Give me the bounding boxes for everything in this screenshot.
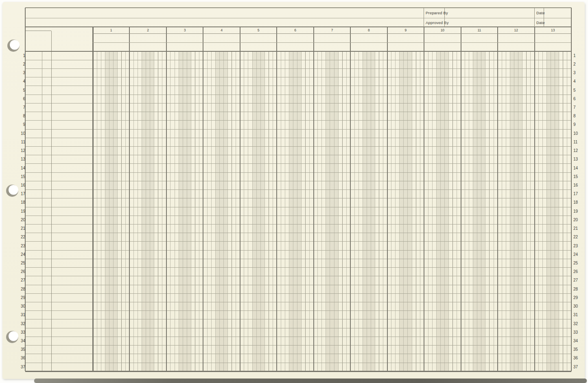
digit-rule xyxy=(428,51,428,371)
column-boundary xyxy=(387,27,388,371)
row-number: 30 xyxy=(573,304,584,308)
column-number: 1 xyxy=(93,28,129,32)
row-rule xyxy=(25,259,571,259)
column-boundary xyxy=(203,27,203,371)
digit-rule xyxy=(338,51,339,371)
column-number: 7 xyxy=(314,28,350,32)
row-rule xyxy=(25,120,571,121)
digit-rule xyxy=(469,51,469,371)
digit-rule xyxy=(162,51,162,371)
column-number: 6 xyxy=(277,28,313,32)
row-number: 1 xyxy=(15,54,25,58)
column-number: 2 xyxy=(129,28,166,32)
prepared-by-field xyxy=(445,8,534,18)
digit-rule xyxy=(223,51,224,371)
column-boundary xyxy=(534,27,535,371)
row-rule xyxy=(25,181,571,181)
digit-rule xyxy=(183,51,183,371)
row-number: 17 xyxy=(573,192,584,196)
row-number: 9 xyxy=(573,123,584,127)
row-rule xyxy=(25,68,571,69)
digit-rule xyxy=(105,51,105,371)
digit-rule xyxy=(236,51,236,371)
row-number: 20 xyxy=(15,218,25,222)
digit-rule xyxy=(403,51,404,371)
column-number: 3 xyxy=(166,28,203,32)
digit-rule xyxy=(567,51,567,371)
digit-rule xyxy=(494,51,494,371)
pad-edge-shadow xyxy=(34,379,587,383)
column-shade-band xyxy=(216,51,228,371)
column-shade-band xyxy=(142,51,154,371)
digit-rule xyxy=(297,51,297,371)
digit-rule xyxy=(285,51,285,371)
digit-rule xyxy=(452,51,453,371)
digit-rule xyxy=(551,51,551,371)
digit-rule xyxy=(563,51,563,371)
digit-rule xyxy=(363,51,363,371)
digit-rule xyxy=(526,51,527,371)
row-number: 29 xyxy=(573,296,584,300)
hole-punch xyxy=(6,185,18,197)
row-rule xyxy=(25,224,571,225)
row-rule xyxy=(25,363,571,363)
digit-rule xyxy=(330,51,330,371)
row-number: 32 xyxy=(573,322,584,326)
row-rule xyxy=(25,328,571,328)
row-number: 12 xyxy=(573,149,584,153)
column-shade-band xyxy=(436,51,448,371)
ledger-sheet: 1234567891011121311223344556677889910101… xyxy=(2,2,585,379)
row-number: 33 xyxy=(573,330,584,335)
column-boundary xyxy=(350,27,351,371)
digit-rule xyxy=(440,51,441,371)
digit-rule xyxy=(175,51,175,371)
column-shade-band xyxy=(179,51,191,371)
digit-rule xyxy=(281,51,281,371)
column-number: 11 xyxy=(461,28,498,32)
row-rule xyxy=(25,285,571,285)
row-number: 23 xyxy=(15,244,25,248)
column-boundary xyxy=(92,27,94,371)
row-number: 4 xyxy=(573,79,584,84)
row-rule xyxy=(25,250,571,251)
row-number: 11 xyxy=(573,140,584,144)
row-rule xyxy=(25,138,571,138)
column-number: 5 xyxy=(240,28,277,32)
row-number: 3 xyxy=(15,71,25,75)
row-rule xyxy=(25,198,571,198)
digit-rule xyxy=(367,51,367,371)
digit-rule xyxy=(416,51,416,371)
photo-stage: 1234567891011121311223344556677889910101… xyxy=(0,0,588,383)
column-boundary xyxy=(166,27,167,371)
date-column-rule xyxy=(42,51,42,371)
digit-rule xyxy=(530,51,531,371)
digit-rule xyxy=(309,51,310,371)
row-number: 10 xyxy=(15,132,25,136)
approved-date-field xyxy=(544,18,571,27)
digit-rule xyxy=(383,51,383,371)
approved-by-field xyxy=(445,18,534,27)
digit-rule xyxy=(477,51,477,371)
digit-rule xyxy=(252,51,253,371)
row-rule xyxy=(25,319,571,319)
digit-rule xyxy=(436,51,437,371)
row-number: 4 xyxy=(15,79,25,84)
row-rule xyxy=(25,146,571,147)
digit-rule xyxy=(179,51,179,371)
digit-rule xyxy=(395,51,396,371)
digit-rule xyxy=(227,51,228,371)
digit-rule xyxy=(346,51,347,371)
digit-rule xyxy=(305,51,306,371)
row-rule xyxy=(25,302,571,302)
column-number: 10 xyxy=(424,28,461,32)
row-number: 2 xyxy=(15,62,25,66)
row-number: 23 xyxy=(573,244,584,248)
digit-rule xyxy=(371,51,371,371)
column-shade-band xyxy=(289,51,301,371)
row-number: 31 xyxy=(573,313,584,317)
row-number: 37 xyxy=(15,365,25,369)
row-rule xyxy=(25,276,571,276)
row-number: 5 xyxy=(15,88,25,92)
digit-rule xyxy=(191,51,191,371)
column-shade-band xyxy=(473,51,485,371)
